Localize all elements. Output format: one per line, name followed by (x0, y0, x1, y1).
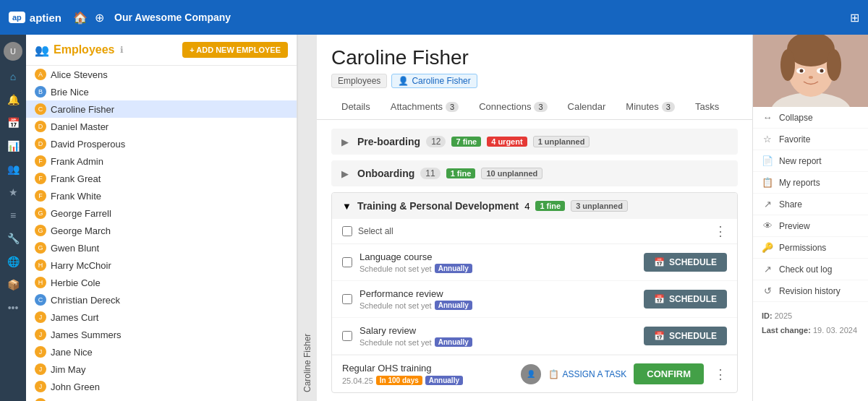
right-menu-my-reports[interactable]: 📋My reports (753, 172, 868, 194)
plus-icon[interactable]: ⊕ (95, 11, 104, 25)
nav-icon-box[interactable]: 📦 (3, 275, 23, 295)
training-header[interactable]: ▼ Training & Personal Development 4 1 fi… (332, 193, 737, 219)
schedule-icon-3: 📅 (654, 331, 665, 341)
employee-item[interactable]: DDavid Prosperous (26, 135, 297, 152)
right-menu-new-report[interactable]: 📄New report (753, 150, 868, 172)
tab-attachments[interactable]: Attachments3 (380, 95, 469, 119)
tab-notes[interactable]: Notes (729, 95, 738, 119)
nav-icon-home[interactable]: ⌂ (3, 66, 23, 87)
training-chevron: ▼ (342, 201, 352, 212)
employee-panel: 👥 Employees ℹ + ADD NEW EMPLOYEE AAlice … (26, 35, 297, 401)
select-all-label: Select all (358, 226, 393, 236)
breadcrumb-employees[interactable]: Employees (331, 74, 387, 88)
breadcrumb-caroline[interactable]: 👤 Caroline Fisher (391, 74, 477, 88)
employee-avatar: H (35, 277, 46, 288)
employee-item[interactable]: FFrank White (26, 187, 297, 204)
nav-icon-bell[interactable]: 🔔 (3, 90, 23, 110)
confirm-button[interactable]: CONFIRM (634, 363, 704, 384)
employee-item[interactable]: GGeorge March (26, 222, 297, 239)
language-course-subtitle: Schedule not set yet Annually (359, 264, 637, 273)
employee-item[interactable]: AAlice Stevens (26, 66, 297, 83)
employee-item[interactable]: FFrank Admin (26, 152, 297, 170)
employee-item[interactable]: DDaniel Master (26, 118, 297, 135)
salary-schedule-button[interactable]: 📅 SCHEDULE (644, 327, 727, 345)
user-avatar[interactable]: U (4, 42, 22, 61)
main-content: Caroline Fisher Employees 👤 Caroline Fis… (317, 35, 752, 401)
language-schedule-button[interactable]: 📅 SCHEDULE (644, 253, 727, 272)
right-menu-check-out-log[interactable]: ↗Check out log (753, 259, 868, 280)
onboarding-chevron: ▶ (341, 168, 349, 179)
top-icons: 🏠 ⊕ (73, 11, 104, 25)
employee-item[interactable]: JJohn Green (26, 378, 297, 395)
nav-icon-list[interactable]: ≡ (3, 205, 23, 225)
right-menu-revision-history[interactable]: ↺Revision history (753, 280, 868, 302)
tab-connections[interactable]: Connections3 (469, 95, 557, 119)
preboarding-section[interactable]: ▶ Pre-boarding 12 7 fine 4 urgent 1 unpl… (331, 129, 738, 155)
employee-item[interactable]: JJohn Quick (26, 395, 297, 401)
vertical-tab[interactable]: Caroline Fisher (297, 35, 317, 401)
nav-icon-calendar[interactable]: 📅 (3, 113, 23, 133)
right-menu-favorite[interactable]: ☆Favorite (753, 129, 868, 150)
preboarding-badge-fine: 7 fine (451, 137, 481, 147)
onboarding-section[interactable]: ▶ Onboarding 11 1 fine 10 unplanned (331, 160, 738, 186)
language-course-checkbox[interactable] (342, 257, 352, 267)
employee-item[interactable]: JJim May (26, 361, 297, 378)
employee-item[interactable]: HHarry McChoir (26, 256, 297, 274)
training-badge-unplanned: 3 unplanned (571, 200, 628, 212)
tab-minutes[interactable]: Minutes3 (616, 95, 685, 119)
employee-item[interactable]: HHerbie Cole (26, 274, 297, 291)
performance-review-subtitle: Schedule not set yet Annually (359, 301, 637, 310)
right-menu-collapse[interactable]: ↔Collapse (753, 107, 868, 129)
id-label: ID: (762, 311, 773, 320)
employee-item[interactable]: FFrank Great (26, 170, 297, 187)
logo-text: aptien (30, 12, 61, 24)
employee-name: Frank Great (51, 173, 101, 184)
ohs-more-icon[interactable]: ⋮ (714, 368, 727, 381)
right-menu-preview[interactable]: 👁Preview (753, 215, 868, 237)
select-all-checkbox[interactable] (342, 226, 352, 236)
employee-name: Harry McChoir (51, 260, 111, 271)
employee-item[interactable]: GGwen Blunt (26, 239, 297, 256)
nav-icon-more[interactable]: ••• (3, 298, 23, 318)
more-options-icon[interactable]: ⋮ (714, 225, 727, 238)
nav-icon-globe[interactable]: 🌐 (3, 251, 23, 272)
training-title: Training & Personal Development (357, 200, 519, 212)
right-menu-label: My reports (779, 178, 820, 188)
language-course-title: Language course (359, 251, 637, 262)
employee-name: Caroline Fisher (51, 104, 114, 115)
nav-icon-tools[interactable]: 🔧 (3, 228, 23, 249)
employee-item[interactable]: JJames Curt (26, 309, 297, 326)
home-icon[interactable]: 🏠 (73, 11, 88, 25)
nav-icon-star[interactable]: ★ (3, 182, 23, 202)
employee-item[interactable]: JJames Summers (26, 326, 297, 343)
employee-item[interactable]: GGeorge Farrell (26, 204, 297, 222)
info-icon[interactable]: ℹ (120, 45, 124, 55)
employee-name: George March (51, 225, 111, 236)
svg-point-10 (820, 69, 824, 73)
employee-name: John Quick (51, 399, 98, 402)
add-employee-button[interactable]: + ADD NEW EMPLOYEE (182, 42, 288, 58)
schedule-label-2: SCHEDULE (669, 294, 717, 304)
ohs-meta: 25.04.25 In 100 days Annually (342, 376, 514, 385)
tab-tasks[interactable]: Tasks (685, 95, 729, 119)
nav-icon-people[interactable]: 👥 (3, 159, 23, 179)
employee-item[interactable]: CCaroline Fisher (26, 100, 297, 118)
employee-item[interactable]: JJane Nice (26, 343, 297, 361)
employee-item[interactable]: CChristian Dereck (26, 291, 297, 309)
tab-calendar[interactable]: Calendar (558, 95, 616, 119)
nav-icon-chart[interactable]: 📊 (3, 136, 23, 156)
tabs-bar: DetailsAttachments3Connections3CalendarM… (331, 95, 738, 119)
tab-details[interactable]: Details (331, 95, 380, 119)
right-menu-label: Favorite (779, 134, 810, 145)
employee-avatar: J (35, 311, 46, 323)
schedule-label-3: SCHEDULE (669, 331, 717, 341)
employee-item[interactable]: BBrie Nice (26, 83, 297, 100)
right-menu-permissions[interactable]: 🔑Permissions (753, 237, 868, 259)
grid-icon[interactable]: ⊞ (850, 11, 859, 25)
salary-review-checkbox[interactable] (342, 331, 352, 341)
employee-avatar: J (35, 398, 46, 401)
assign-task-button[interactable]: 📋 ASSIGN A TASK (548, 369, 626, 379)
performance-schedule-button[interactable]: 📅 SCHEDULE (644, 290, 727, 309)
performance-review-checkbox[interactable] (342, 294, 352, 304)
right-menu-share[interactable]: ↗Share (753, 194, 868, 215)
